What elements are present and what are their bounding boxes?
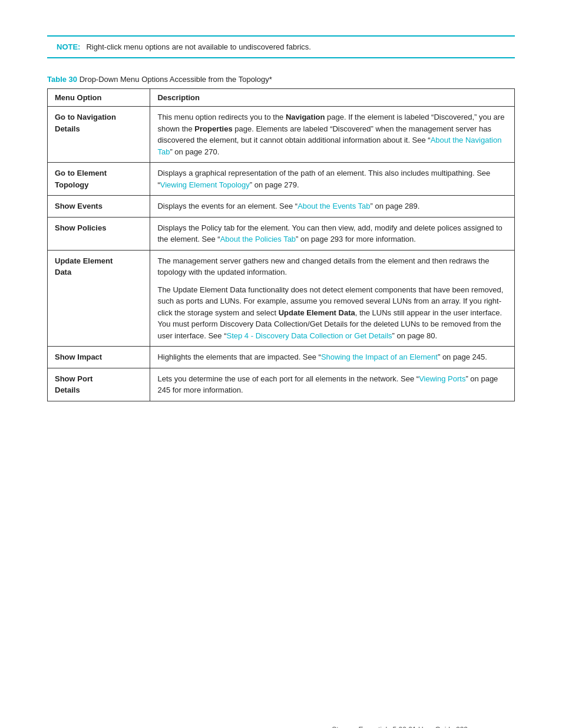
table-row: Update ElementData The management server… <box>48 250 515 347</box>
desc-show-events: Displays the events for an element. See … <box>150 196 515 218</box>
desc-element-topology: Displays a graphical representation of t… <box>150 163 515 196</box>
desc-show-impact: Highlights the elements that are impacte… <box>150 347 515 368</box>
col-header-menu: Menu Option <box>48 89 150 107</box>
note-text: Right-click menu options are not availab… <box>86 42 311 51</box>
link-about-policies-tab[interactable]: About the Policies Tab <box>220 235 296 243</box>
col-header-desc: Description <box>150 89 515 107</box>
menu-option-element-topology: Go to ElementTopology <box>48 163 150 196</box>
footer-text: Storage Essentials 5.00.01 User Guide 23… <box>332 726 468 728</box>
table-row: Go to ElementTopology Displays a graphic… <box>48 163 515 196</box>
table-row: Show Events Displays the events for an e… <box>48 196 515 218</box>
link-viewing-element-topology[interactable]: Viewing Element Topology <box>160 180 250 189</box>
note-label: NOTE: <box>57 42 80 51</box>
table-header-row: Menu Option Description <box>48 89 515 107</box>
link-viewing-ports[interactable]: Viewing Ports <box>419 374 465 383</box>
link-discovery-data-collection[interactable]: Step 4 - Discovery Data Collection or Ge… <box>227 331 392 340</box>
table-row: Show PortDetails Lets you determine the … <box>48 368 515 401</box>
menu-option-update-element-data: Update ElementData <box>48 250 150 347</box>
desc-nav-details: This menu option redirects you to the Na… <box>150 107 515 163</box>
desc-update-element-data: The management server gathers new and ch… <box>150 250 515 347</box>
menu-option-show-port-details: Show PortDetails <box>48 368 150 401</box>
menu-option-show-impact: Show Impact <box>48 347 150 368</box>
page-footer: Storage Essentials 5.00.01 User Guide 23… <box>332 726 468 728</box>
menu-option-nav-details: Go to NavigationDetails <box>48 107 150 163</box>
link-showing-impact[interactable]: Showing the Impact of an Element <box>321 353 438 361</box>
menu-option-show-events: Show Events <box>48 196 150 218</box>
table-row: Show Impact Highlights the elements that… <box>48 347 515 368</box>
page-wrapper: NOTE: Right-click menu options are not a… <box>47 35 515 728</box>
note-box: NOTE: Right-click menu options are not a… <box>47 35 515 58</box>
table-caption-number: Table 30 <box>47 75 77 84</box>
table-caption: Table 30 Drop-Down Menu Options Accessib… <box>47 75 515 84</box>
link-about-events-tab[interactable]: About the Events Tab <box>297 202 370 210</box>
table-row: Show Policies Displays the Policy tab fo… <box>48 217 515 250</box>
desc-show-port-details: Lets you determine the use of each port … <box>150 368 515 401</box>
table-row: Go to NavigationDetails This menu option… <box>48 107 515 163</box>
menu-option-show-policies: Show Policies <box>48 217 150 250</box>
link-about-nav-tab[interactable]: About the Navigation Tab <box>157 136 501 156</box>
main-table: Menu Option Description Go to Navigation… <box>47 88 515 401</box>
table-caption-description: Drop-Down Menu Options Accessible from t… <box>80 75 272 84</box>
desc-show-policies: Displays the Policy tab for the element.… <box>150 217 515 250</box>
